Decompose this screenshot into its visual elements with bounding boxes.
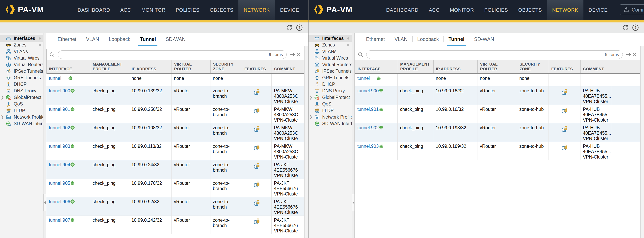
sidebar-item-zones[interactable]: Zones <box>0 42 43 48</box>
sidebar-item-network-profiles[interactable]: ❯Network Profiles <box>308 114 352 120</box>
sidebar-item-vlans[interactable]: VLANs <box>0 48 43 55</box>
sidebar-item-virtual-routers[interactable]: Virtual Routers <box>308 61 352 68</box>
search-input[interactable] <box>62 52 269 57</box>
sidebar-item-network-profiles[interactable]: ❯Network Profiles <box>0 114 43 120</box>
nav-item-objects[interactable]: OBJECTS <box>205 0 238 20</box>
interface-link[interactable]: tunnel.905 <box>49 181 70 186</box>
interface-link[interactable]: tunnel.900 <box>49 88 70 94</box>
search-input[interactable] <box>370 52 605 57</box>
sidebar-item-dns-proxy[interactable]: DNSDNS Proxy <box>0 88 43 94</box>
sidebar-item-lldp[interactable]: LLDP <box>308 107 352 114</box>
table-row-tunnel-903[interactable]: tunnel.903check_ping10.99.0.113/32vRoute… <box>46 142 304 160</box>
sidebar-item-zones[interactable]: Zones <box>308 42 352 48</box>
nav-item-acc[interactable]: ACC <box>115 0 136 20</box>
interface-link[interactable]: tunnel.904 <box>49 162 70 167</box>
clear-filter-icon[interactable] <box>632 52 638 58</box>
interface-link[interactable]: tunnel.901 <box>357 107 378 112</box>
interface-link[interactable]: tunnel <box>357 76 376 81</box>
sidebar-item-ipsec-tunnels[interactable]: IPSec Tunnels <box>0 68 43 75</box>
nav-item-network[interactable]: NETWORK <box>547 0 583 20</box>
chevron-right-icon[interactable]: ❯ <box>309 115 312 119</box>
sidebar-item-globalprotect[interactable]: ❯GlobalProtect <box>308 94 352 101</box>
table-row-tunnel-902[interactable]: tunnel.902check_ping10.99.0.193/32vRoute… <box>355 123 640 142</box>
nav-item-objects[interactable]: OBJECTS <box>513 0 547 20</box>
sidebar-item-dns-proxy[interactable]: DNSDNS Proxy <box>308 88 352 94</box>
tab-vlan[interactable]: VLAN <box>390 33 412 46</box>
refresh-icon[interactable] <box>286 24 293 31</box>
table-row-tunnel-901[interactable]: tunnel.901check_ping10.99.0.16/32vRouter… <box>355 105 640 123</box>
table-row-tunnel-903[interactable]: tunnel.903check_ping10.99.0.189/32vRoute… <box>355 142 640 160</box>
sidebar-item-lldp[interactable]: LLDP <box>0 107 43 114</box>
sidebar-item-sd-wan-interface[interactable]: SD-WAN Interface <box>0 120 43 127</box>
nav-item-device[interactable]: DEVICE <box>275 0 304 20</box>
column-header-comment[interactable]: COMMENT <box>581 60 612 73</box>
sidebar-item-vlans[interactable]: VLANs <box>308 48 352 55</box>
column-header-management-profile[interactable]: MANAGEMENT PROFILE <box>398 60 434 73</box>
column-header-virtual-router[interactable]: VIRTUAL ROUTER <box>172 60 211 73</box>
sidebar-item-interfaces[interactable]: Interfaces <box>0 35 43 42</box>
search-field[interactable]: 9 items <box>58 51 287 59</box>
sidebar-item-gre-tunnels[interactable]: GRE Tunnels <box>0 75 43 81</box>
column-header-management-profile[interactable]: MANAGEMENT PROFILE <box>90 60 129 73</box>
help-icon[interactable]: ? <box>296 24 303 31</box>
nav-item-acc[interactable]: ACC <box>424 0 445 20</box>
tab-loopback[interactable]: Loopback <box>412 33 444 46</box>
splitter-collapse-handle[interactable] <box>44 194 46 211</box>
tab-loopback[interactable]: Loopback <box>104 33 135 46</box>
interface-link[interactable]: tunnel.906 <box>49 199 70 204</box>
vertical-scrollbar[interactable] <box>640 46 644 238</box>
column-header-ip-address[interactable]: IP ADDRESS <box>434 60 478 73</box>
table-row-tunnel-900[interactable]: tunnel.900check_ping10.99.0.18/32vRouter… <box>355 86 640 105</box>
table-row-tunnel[interactable]: tunnelnonenonenone <box>46 74 304 86</box>
chevron-right-icon[interactable]: ❯ <box>309 95 312 100</box>
table-row-tunnel-906[interactable]: tunnel.906check_ping10.99.0.92/32vRouter… <box>46 197 304 216</box>
column-header-virtual-router[interactable]: VIRTUAL ROUTER <box>478 60 517 73</box>
interface-link[interactable]: tunnel.903 <box>357 144 378 149</box>
vertical-scrollbar[interactable] <box>304 46 308 238</box>
interface-link[interactable]: tunnel.907 <box>49 217 70 223</box>
splitter-collapse-handle[interactable] <box>352 194 354 211</box>
nav-item-dashboard[interactable]: DASHBOARD <box>72 0 115 20</box>
sidebar-item-dhcp[interactable]: IPDHCP <box>308 81 352 88</box>
interface-link[interactable]: tunnel.901 <box>49 107 70 112</box>
nav-item-policies[interactable]: POLICIES <box>170 0 204 20</box>
sidebar-item-virtual-wires[interactable]: Virtual Wires <box>308 55 352 61</box>
table-row-tunnel-907[interactable]: tunnel.907check_ping10.99.0.242/32vRoute… <box>46 216 304 234</box>
nav-item-network[interactable]: NETWORK <box>238 0 275 20</box>
tab-vlan[interactable]: VLAN <box>82 33 104 46</box>
sidebar-item-ipsec-tunnels[interactable]: IPSec Tunnels <box>308 68 352 75</box>
sidebar-item-qos[interactable]: QoSQoS <box>308 101 352 107</box>
interface-link[interactable]: tunnel.902 <box>357 125 378 131</box>
column-header-security-zone[interactable]: SECURITY ZONE <box>517 60 549 73</box>
pa-vm-logo[interactable]: PA-VM <box>314 4 352 15</box>
clear-filter-icon[interactable] <box>296 52 301 58</box>
help-icon[interactable]: ? <box>632 24 639 31</box>
column-header-comment[interactable]: COMMENT <box>272 60 304 73</box>
column-header-features[interactable]: FEATURES <box>242 60 272 73</box>
column-header-interface[interactable]: INTERFACE <box>355 60 398 73</box>
tab-sd-wan[interactable]: SD-WAN <box>161 33 190 46</box>
chevron-right-icon[interactable]: ❯ <box>1 95 4 100</box>
tab-ethernet[interactable]: Ethernet <box>361 33 390 46</box>
table-row-tunnel-905[interactable]: tunnel.905check_ping10.99.0.170/32vRoute… <box>46 179 304 197</box>
nav-item-dashboard[interactable]: DASHBOARD <box>381 0 424 20</box>
column-header-ip-address[interactable]: IP ADDRESS <box>129 60 172 73</box>
sidebar-item-qos[interactable]: QoSQoS <box>0 101 43 107</box>
nav-item-device[interactable]: DEVICE <box>584 0 613 20</box>
chevron-right-icon[interactable]: ❯ <box>1 115 4 119</box>
sidebar-item-virtual-wires[interactable]: Virtual Wires <box>0 55 43 61</box>
search-field[interactable]: 5 items <box>366 51 623 59</box>
column-header-security-zone[interactable]: SECURITY ZONE <box>211 60 242 73</box>
pa-vm-logo[interactable]: PA-VM <box>5 4 44 15</box>
apply-filter-icon[interactable] <box>626 52 632 58</box>
sidebar-item-gre-tunnels[interactable]: GRE Tunnels <box>308 75 352 81</box>
sidebar-item-interfaces[interactable]: Interfaces <box>308 35 352 42</box>
interface-link[interactable]: tunnel <box>49 76 68 81</box>
commit-button[interactable]: Commit <box>620 4 644 15</box>
table-row-tunnel-901[interactable]: tunnel.901check_ping10.99.0.250/32vRoute… <box>46 105 304 123</box>
table-row-tunnel-900[interactable]: tunnel.900check_ping10.99.0.139/32vRoute… <box>46 86 304 105</box>
sidebar-item-dhcp[interactable]: IPDHCP <box>0 81 43 88</box>
interface-link[interactable]: tunnel.903 <box>49 144 70 149</box>
column-header-features[interactable]: FEATURES <box>549 60 581 73</box>
nav-item-policies[interactable]: POLICIES <box>479 0 513 20</box>
